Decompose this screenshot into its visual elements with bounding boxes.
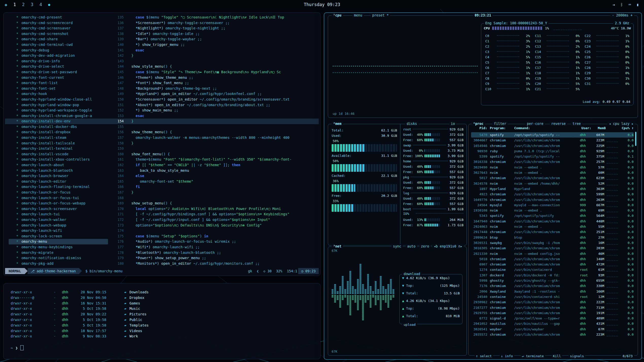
- process-row[interactable]: 1649776chromium/usr/lib/chromium/chromdh…: [471, 197, 634, 202]
- process-row[interactable]: 1647940chromium/usr/lib/chromium/chromdh…: [471, 219, 634, 224]
- code-pane[interactable]: case $(menu "Toggle" "▢ Screensaver\n☾ N…: [131, 15, 319, 266]
- process-row[interactable]: 2999634btopbtopdhh27M⣀⣀⣀⣀⣀0.0: [471, 235, 634, 240]
- process-row[interactable]: 5998ghostty/usr/bin/ghostty --gtk-dhh655…: [471, 278, 634, 283]
- tree-item[interactable]: *omarchy-install-dev-env: [9, 119, 108, 124]
- bluetooth-icon[interactable]: ᛒ: [620, 2, 623, 7]
- process-row[interactable]: 24564mysqldmysqld --max-connection999667…: [471, 202, 634, 208]
- proc-column-header[interactable]: Cpu% ↑: [606, 126, 634, 130]
- workspace-button[interactable]: 1: [13, 2, 16, 7]
- tree-item[interactable]: *omarchy-hook: [9, 91, 108, 97]
- proc-footer-button[interactable]: Kill: [552, 354, 562, 358]
- process-row[interactable]: 6772signal-d/proc/self/exe --type=rdhh40…: [471, 316, 634, 321]
- preset-button[interactable]: preset *: [371, 13, 390, 17]
- tree-item[interactable]: *omarchy-drive-select: [9, 64, 108, 69]
- tree-item[interactable]: *omarchy-install-vscode: [9, 151, 108, 157]
- process-row[interactable]: 2935572chromium/usr/lib/chromium/chromdh…: [471, 332, 634, 337]
- keyboard-icon[interactable]: ⌨: [629, 2, 631, 7]
- process-row[interactable]: 3024578nvimnvim --embed /home/dhh/dhh52M…: [471, 181, 634, 186]
- process-row[interactable]: 4923chromium/usr/lib/chromium/chromdhh59…: [471, 192, 634, 197]
- tree-item[interactable]: *omarchy-install-xbox-controllers: [9, 157, 108, 162]
- process-row[interactable]: 5018chromium/usr/lib/chromium/chromdhh14…: [471, 256, 634, 262]
- tree-item[interactable]: *omarchy-cmd-share: [9, 36, 108, 42]
- process-row[interactable]: 1897HyprlandHyprlanddhh363M⣀⣀⣀⣀⣀0.0: [471, 186, 634, 192]
- tree-item[interactable]: *omarchy-hyprland-workspace-toggle: [9, 108, 108, 113]
- process-row[interactable]: 24540containe/usr/bin/containerd-shiroot…: [471, 294, 634, 299]
- process-row[interactable]: 3016338chromium/usr/lib/chromium/chromdh…: [471, 159, 634, 164]
- tree-item[interactable]: *omarchy-launch-or-focus-webapp: [9, 201, 108, 206]
- record-indicator-icon[interactable]: ●: [48, 3, 50, 7]
- proc-column-header[interactable]: Program:: [490, 126, 512, 130]
- folder-name[interactable]: Templates: [129, 323, 149, 327]
- workspace-button[interactable]: 3: [31, 2, 33, 7]
- proc-column-header[interactable]: MemB: [593, 126, 606, 130]
- process-row[interactable]: 2930982chromium/usr/lib/chromium/chromdh…: [471, 299, 634, 305]
- net-interface-selector[interactable]: ◂b enp191s0 n▸: [432, 244, 464, 248]
- tree-item[interactable]: *omarchy-launch-about: [9, 162, 108, 168]
- tree-item[interactable]: *omarchy-launch-screensaver: [9, 206, 108, 212]
- io-tab[interactable]: io: [449, 122, 456, 126]
- folder-name[interactable]: Pictures: [129, 312, 146, 316]
- tree-item[interactable]: *omarchy-font-current: [9, 75, 108, 81]
- tree-item[interactable]: *omarchy-install-chromium-google-a: [9, 113, 108, 119]
- process-row[interactable]: 2924063nvimnvim --embed .dhh55M⣀⣀⣀⣀⣀0.0: [471, 224, 634, 229]
- tree-item[interactable]: *omarchy-cmd-screenrecord: [9, 20, 108, 26]
- process-row[interactable]: 5470spotify/opt/spotify/spotify --dhh607…: [471, 132, 634, 138]
- proc-box-title[interactable]: ⁴proc: [472, 122, 485, 126]
- tree-item[interactable]: *omarchy-font-list: [9, 80, 108, 86]
- mem-box-title[interactable]: ²mem: [332, 122, 343, 126]
- tree-item[interactable]: *omarchy-install-docker-dbs: [9, 124, 108, 130]
- proc-column-header[interactable]: User:: [581, 126, 593, 130]
- process-row[interactable]: 2006XwaylandXwayland :1 -rootless -dhh16…: [471, 289, 634, 294]
- folder-name[interactable]: Dropbox: [129, 296, 144, 300]
- workspace-button[interactable]: 4: [40, 2, 42, 7]
- reverse-toggle[interactable]: reverse: [550, 122, 567, 126]
- process-row[interactable]: 98930rubypuma 7.1.0 (tcp://localdhh929M⣀…: [471, 148, 634, 154]
- process-row[interactable]: 3026531swaybg/usr/bin/swaybg -i /homdhh1…: [471, 240, 634, 245]
- tree-item[interactable]: *omarchy-install-terminal: [9, 146, 108, 151]
- terminal-cursor[interactable]: [20, 345, 24, 350]
- process-row[interactable]: 5343spotify/opt/spotify/spotifydhh564M⣀⣀…: [471, 213, 634, 218]
- tree-item[interactable]: *omarchy-launch-editor: [9, 179, 108, 184]
- process-row[interactable]: 5399spotify/opt/spotify/spotify --dhh375…: [471, 154, 634, 159]
- tree-item[interactable]: *omarchy-hyprland-window-pop: [9, 102, 108, 108]
- folder-name[interactable]: Games: [129, 301, 140, 305]
- tree-item[interactable]: *omarchy-launch-browser: [9, 173, 108, 179]
- tree-toggle[interactable]: tree: [571, 122, 582, 126]
- tree-item[interactable]: *omarchy-launch-tui: [9, 212, 108, 217]
- tree-item[interactable]: *omarchy-notification-dismiss: [9, 255, 108, 261]
- process-row[interactable]: 2167277chromium/usr/lib/chromium/chromdh…: [471, 305, 634, 310]
- terminal-body[interactable]: drwxr-xr-x-dhh20 Nov 09:15▰Downloadsdrwx…: [4, 283, 320, 356]
- tree-item[interactable]: *omarchy-cmd-present: [9, 15, 108, 20]
- folder-name[interactable]: Music: [129, 307, 140, 311]
- process-row[interactable]: 2921330nvimnvim --embed config.jsodhh46M…: [471, 251, 634, 256]
- proc-scrollbar[interactable]: [635, 132, 636, 146]
- tree-item[interactable]: *omarchy-pkg-add: [9, 261, 108, 266]
- process-row[interactable]: 3029490nvimnvim --embed .dhh57M⣀⣀⣀⣀⣀0.0: [471, 165, 634, 170]
- tree-item[interactable]: *omarchy-launch-bluetooth: [9, 168, 108, 174]
- process-row[interactable]: 6907chromium/usr/lib/chromium/chromdhh47…: [471, 262, 634, 267]
- process-row[interactable]: 5017chromium/usr/lib/chromium/chromdhh62…: [471, 175, 634, 181]
- tree-item[interactable]: *omarchy-launch-floating-terminal: [9, 184, 108, 190]
- proc-footer-button[interactable]: ↓ info: [500, 354, 514, 358]
- net-box-title[interactable]: ³net: [332, 244, 343, 248]
- net-auto-button[interactable]: auto: [406, 244, 417, 248]
- tree-item[interactable]: *omarchy-launch-webapp: [9, 223, 108, 228]
- interval-minus-button[interactable]: -: [612, 13, 614, 17]
- net-sync-button[interactable]: sync: [391, 244, 403, 248]
- tree-item[interactable]: *omarchy-dev-add-migration: [9, 53, 108, 59]
- folder-name[interactable]: Public: [129, 318, 142, 322]
- process-row[interactable]: 2917448chromium/usr/lib/chromium/chromdh…: [471, 229, 634, 235]
- screenshare-icon[interactable]: ⇥: [612, 2, 615, 7]
- tree-item[interactable]: *omarchy-menu-keybindings: [9, 244, 108, 250]
- process-row[interactable]: 1930108nvimnvim --embed .dhh69M⣀⣀⣀⣀⣀0.0: [471, 208, 634, 213]
- tree-item[interactable]: *omarchy-drive-info: [9, 59, 108, 64]
- folder-name[interactable]: Work: [129, 334, 138, 338]
- process-row[interactable]: 2941052nautilus/usr/bin/nautilus --gapdh…: [471, 321, 634, 326]
- tree-item[interactable]: *omarchy-launch-or-focus: [9, 190, 108, 195]
- process-row[interactable]: 3026541waybar/usr/bin/waybardhh67M⣀⣀⣀⣀⣀0…: [471, 327, 634, 332]
- tree-item[interactable]: *omarchy-install-tailscale: [9, 141, 108, 146]
- tree-item[interactable]: *omarchy-debug: [9, 48, 108, 53]
- disks-tab[interactable]: disks: [405, 122, 419, 126]
- cpu-box-title[interactable]: ¹cpu: [332, 13, 343, 17]
- process-row[interactable]: 1274containe/usr/bin/containerdroot61M⣀⣀…: [471, 267, 634, 272]
